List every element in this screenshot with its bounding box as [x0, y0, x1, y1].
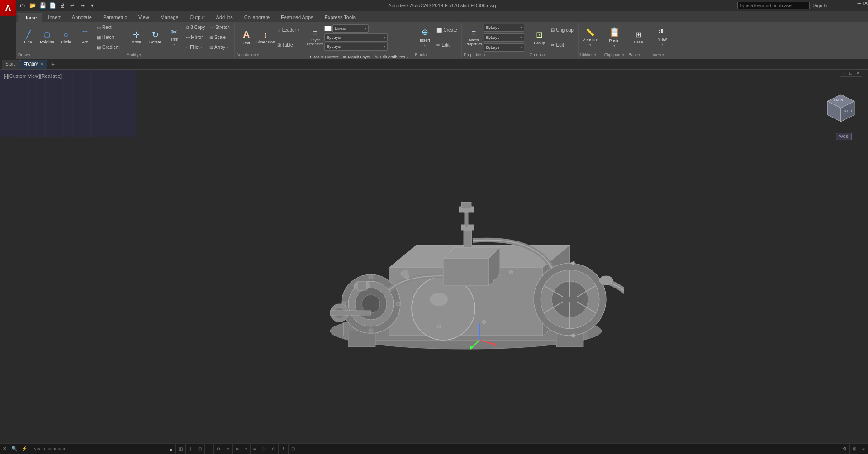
tab-collaborate[interactable]: Collaborate	[239, 13, 275, 22]
fillet-button[interactable]: ⌐ Fillet ▾	[184, 43, 207, 52]
tab-express[interactable]: Express Tools	[319, 13, 361, 22]
grid-toggle[interactable]: ⊞	[195, 444, 205, 454]
measure-button[interactable]: 📏 Measure ▾	[581, 24, 599, 51]
utilities-expand-button[interactable]: Utilities ▾	[580, 52, 600, 57]
annotation-expand-button[interactable]: Annotation ▾	[237, 52, 302, 57]
qa-redo[interactable]: ↪	[78, 1, 87, 10]
move-button[interactable]: ✛ Move	[127, 24, 145, 51]
table-button[interactable]: ⊞ Table	[275, 41, 301, 49]
copy-button[interactable]: ⧉ 8 Copy	[184, 24, 207, 32]
ortho-toggle[interactable]: ┼	[205, 444, 214, 454]
props-layer-dropdown[interactable]: ByLayer ▾	[484, 24, 524, 32]
lwt-toggle[interactable]: ≡	[251, 444, 259, 454]
props-ltype-dropdown[interactable]: ByLayer ▾	[484, 43, 524, 52]
properties-panel-button[interactable]: ≡ MatchProperties	[465, 24, 483, 51]
group-button[interactable]: ⊡ Group	[530, 24, 548, 51]
app-menu-button[interactable]: A	[0, 0, 16, 16]
trim-button[interactable]: ✂ Trim ▾	[165, 24, 183, 51]
ungroup-button[interactable]: ⊟ Ungroup	[549, 26, 575, 34]
circle-button[interactable]: ○ Circle	[57, 24, 75, 51]
lineweight-dropdown[interactable]: ByLayer ▾	[324, 43, 388, 51]
array-button[interactable]: ⊟ Array ▾	[208, 43, 232, 52]
prop-panel-toggle[interactable]: ≡	[859, 444, 868, 454]
minimize-button[interactable]: ─	[858, 0, 861, 10]
maximize-button[interactable]: □	[861, 0, 864, 10]
tab-view[interactable]: View	[133, 13, 155, 22]
create-block-button[interactable]: ⬜ Create	[435, 26, 459, 34]
command-search-button[interactable]: 🔍	[10, 445, 19, 453]
match-layer-button[interactable]: ≋ Match Layer	[341, 53, 372, 59]
edit-attributes-button[interactable]: ✎ Edit Attributes ▾	[373, 53, 410, 59]
dimension-button[interactable]: ↕ Dimension	[256, 24, 275, 51]
command-cancel-button[interactable]: ✕	[0, 445, 9, 453]
qa-open[interactable]: 📂	[28, 1, 37, 10]
close-button[interactable]: ✕	[864, 0, 868, 10]
tab-parametric[interactable]: Parametric	[98, 13, 133, 22]
sel-cycle-toggle[interactable]: ⊛	[269, 444, 279, 454]
command-input[interactable]	[30, 446, 166, 451]
make-current-button[interactable]: ✦ Make Current	[307, 53, 341, 59]
command-help-button[interactable]: ⚡	[20, 445, 29, 453]
group-edit-button[interactable]: ✏ Edit	[549, 41, 575, 49]
tab-insert[interactable]: Insert	[43, 13, 66, 22]
layer-properties-button[interactable]: ≡ LayerProperties	[307, 26, 323, 49]
insert-button[interactable]: ⊕ Insert ▾	[416, 24, 434, 51]
base-button[interactable]: ⊞ Base	[629, 24, 647, 51]
model-space-toggle[interactable]: ◫	[176, 444, 186, 454]
modify-expand-button[interactable]: Modify ▾	[126, 52, 232, 57]
layer-dropdown[interactable]: ByLayer ▾	[324, 33, 388, 42]
tab-close-icon[interactable]: ✕	[40, 62, 44, 66]
linetype-dropdown[interactable]: Linear ▾	[332, 24, 369, 33]
otrack-toggle[interactable]: ∞	[233, 444, 242, 454]
ducs-toggle[interactable]: ⌖	[242, 444, 251, 454]
qa-print[interactable]: 🖨	[58, 1, 67, 10]
draw-rect-button[interactable]: ▭ Rect	[95, 24, 121, 32]
start-tab[interactable]: Start	[2, 60, 19, 69]
search-input[interactable]	[737, 2, 810, 9]
polar-toggle[interactable]: ⊙	[214, 444, 223, 454]
tab-addins[interactable]: Add-ins	[211, 13, 238, 22]
stretch-button[interactable]: ↔ Stretch	[208, 24, 232, 32]
viewport-label[interactable]: [-][Custom View][Realistic]	[4, 73, 62, 79]
edit-block-button[interactable]: ✏ Edit	[435, 41, 459, 49]
polyline-button[interactable]: ⬡ Polyline	[38, 24, 56, 51]
osnap-toggle[interactable]: ◇	[223, 444, 233, 454]
view-panel-expand-button[interactable]: View ▾	[652, 52, 672, 57]
arc-button[interactable]: ⌒ Arc	[76, 24, 94, 51]
workspace-toggle[interactable]: ⚙	[840, 444, 850, 454]
viewport-maximize[interactable]: □	[847, 70, 854, 77]
clipboard-expand-button[interactable]: Clipboard ▾	[604, 52, 625, 57]
properties-expand-button[interactable]: Properties ▾	[464, 52, 525, 57]
tab-output[interactable]: Output	[185, 13, 210, 22]
viewport-minimize[interactable]: ─	[840, 70, 847, 77]
line-button[interactable]: ╱ Line	[19, 24, 37, 51]
document-tab[interactable]: FD300° ✕	[19, 60, 47, 69]
snap-toggle[interactable]: ⊹	[186, 444, 195, 454]
command-expand-button[interactable]: ▲	[166, 445, 175, 453]
block-expand-button[interactable]: Block ▾	[415, 52, 460, 57]
tab-manage[interactable]: Manage	[155, 13, 184, 22]
tab-featured[interactable]: Featured Apps	[275, 13, 319, 22]
draw-gradient-button[interactable]: ▨ Gradient	[95, 43, 121, 52]
base-expand-button[interactable]: Base ▾	[628, 52, 648, 57]
draw-hatch-button[interactable]: ▦ Hatch	[95, 33, 121, 42]
transparency-toggle[interactable]: ◌	[259, 444, 269, 454]
layout-toggle[interactable]: ⊞	[850, 444, 859, 454]
sign-in-button[interactable]: Sign In	[813, 3, 827, 8]
new-tab-button[interactable]: +	[48, 60, 57, 69]
tab-annotate[interactable]: Annotate	[66, 13, 97, 22]
qa-new[interactable]: 🗁	[18, 1, 27, 10]
leader-button[interactable]: ↗ Leader ▾	[275, 26, 301, 34]
qa-save-as[interactable]: 📄	[48, 1, 57, 10]
view-panel-button[interactable]: 👁 View ▾	[653, 24, 671, 51]
props-color-dropdown[interactable]: ByLayer ▾	[484, 33, 524, 42]
mirror-button[interactable]: ⇔ Mirror	[184, 33, 207, 42]
draw-expand-button[interactable]: Draw ▾	[18, 52, 122, 57]
qa-save[interactable]: 💾	[38, 1, 47, 10]
anno-scale-toggle[interactable]: ⊡	[289, 444, 298, 454]
tab-home[interactable]: Home	[18, 13, 42, 22]
rotate-button[interactable]: ↻ Rotate	[146, 24, 164, 51]
paste-button[interactable]: 📋 Paste ▾	[605, 24, 623, 51]
color-swatch[interactable]	[324, 26, 332, 31]
viewcube[interactable]: FRONT RIGHT	[823, 92, 859, 128]
